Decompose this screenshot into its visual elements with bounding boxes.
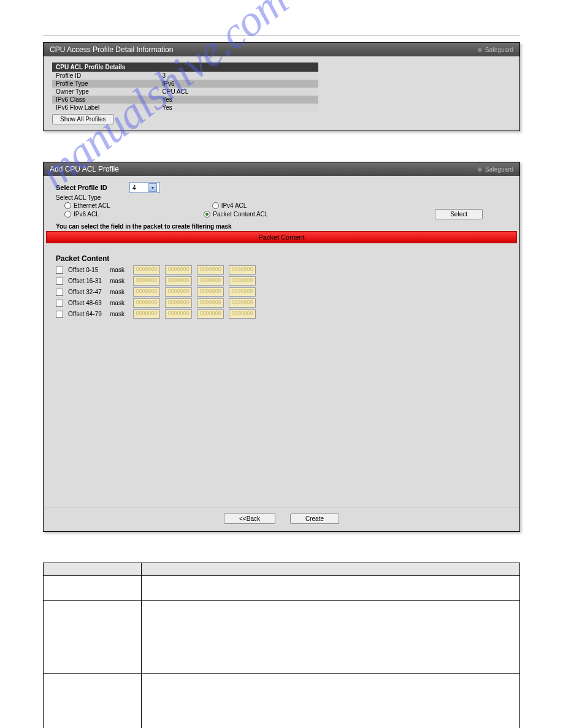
param-desc	[142, 601, 520, 674]
panel1-title: CPU Access Profile Detail Information	[50, 45, 173, 54]
detail-value: Yes	[159, 104, 318, 112]
detail-value: 3	[159, 72, 318, 80]
table-row: IPv6 Flow Label Yes	[52, 104, 318, 112]
show-all-profiles-button[interactable]: Show All Profiles	[52, 114, 113, 124]
detail-key: Owner Type	[52, 88, 159, 96]
offset-label: Offset 16-31	[68, 278, 105, 284]
detail-value: CPU ACL	[159, 88, 318, 96]
offset-row: Offset 48-63mask000000000000000000000000…	[56, 298, 507, 308]
select-profile-id-label: Select Profile ID	[56, 184, 123, 191]
detail-key: Profile ID	[52, 72, 159, 80]
ethernet-acl-label: Ethernet ACL	[74, 202, 110, 209]
param-name	[44, 674, 142, 729]
cpu-access-profile-detail-panel: CPU Access Profile Detail Information Sa…	[43, 42, 520, 131]
panel1-titlebar: CPU Access Profile Detail Information Sa…	[44, 43, 519, 56]
mask-input[interactable]: 0000000	[229, 265, 256, 275]
mask-label: mask	[110, 267, 128, 273]
param-header-parameter	[44, 563, 142, 576]
table-row: Profile ID 3	[52, 72, 318, 80]
mask-input[interactable]: 0000000	[197, 298, 224, 308]
mask-input[interactable]: 0000000	[165, 276, 192, 286]
param-desc	[142, 576, 520, 601]
packet-content-acl-label: Packet Content ACL	[213, 211, 268, 218]
mask-input[interactable]: 0000000	[133, 276, 160, 286]
mask-input[interactable]: 0000000	[197, 309, 224, 319]
packet-content-header-bar: Packet Content	[46, 231, 517, 243]
safeguard-label: Safeguard	[485, 166, 513, 173]
packet-content-section-label: Packet Content	[56, 254, 507, 263]
mask-input[interactable]: 0000000	[197, 265, 224, 275]
ipv6-acl-label: IPv6 ACL	[74, 211, 99, 218]
details-table-header: CPU ACL Profile Details	[52, 63, 318, 72]
select-acl-type-label: Select ACL Type	[56, 194, 123, 201]
mask-label: mask	[110, 278, 128, 284]
offset-checkbox[interactable]	[56, 289, 63, 296]
mask-input[interactable]: 0000000	[165, 287, 192, 297]
detail-value: Yes	[159, 96, 318, 104]
mask-input[interactable]: 0000000	[165, 298, 192, 308]
filtering-mask-hint: You can select the field in the packet t…	[56, 223, 507, 230]
mask-label: mask	[110, 300, 128, 306]
table-row: Owner Type CPU ACL	[52, 88, 318, 96]
mask-input[interactable]: 0000000	[133, 298, 160, 308]
panel2-titlebar: Add CPU ACL Profile Safeguard	[44, 162, 519, 176]
param-desc	[142, 674, 520, 729]
back-button[interactable]: <<Back	[224, 514, 275, 524]
table-row: Profile Type IPv6	[52, 80, 318, 88]
mask-input[interactable]: 0000000	[197, 287, 224, 297]
safeguard-label: Safeguard	[485, 47, 513, 53]
table-row	[44, 601, 520, 674]
detail-value: IPv6	[159, 80, 318, 88]
mask-input[interactable]: 0000000	[229, 298, 256, 308]
mask-label: mask	[110, 311, 128, 317]
mask-input[interactable]: 0000000	[165, 309, 192, 319]
packet-content-acl-radio[interactable]	[204, 211, 210, 218]
offset-label: Offset 64-79	[68, 311, 105, 317]
mask-input[interactable]: 0000000	[165, 265, 192, 275]
offset-row: Offset 0-15mask0000000000000000000000000…	[56, 265, 507, 275]
table-row	[44, 674, 520, 729]
offset-row: Offset 16-31mask000000000000000000000000…	[56, 276, 507, 286]
offset-label: Offset 48-63	[68, 300, 105, 306]
offset-checkbox[interactable]	[56, 300, 63, 307]
safeguard-icon	[477, 167, 483, 172]
offset-label: Offset 0-15	[68, 267, 105, 273]
ipv4-acl-label: IPv4 ACL	[221, 202, 247, 209]
mask-label: mask	[110, 289, 128, 295]
create-button[interactable]: Create	[290, 514, 339, 524]
page-top-rule	[43, 36, 520, 36]
mask-input[interactable]: 0000000	[133, 309, 160, 319]
table-row	[44, 576, 520, 601]
mask-input[interactable]: 0000000	[133, 287, 160, 297]
mask-input[interactable]: 0000000	[229, 276, 256, 286]
select-button[interactable]: Select	[435, 209, 483, 219]
offset-checkbox[interactable]	[56, 267, 63, 274]
offset-checkbox[interactable]	[56, 278, 63, 285]
offset-row: Offset 32-47mask000000000000000000000000…	[56, 287, 507, 297]
ethernet-acl-radio[interactable]	[64, 202, 71, 209]
ipv4-acl-radio[interactable]	[212, 202, 219, 209]
offset-label: Offset 32-47	[68, 289, 105, 295]
chevron-down-icon: ▾	[148, 183, 157, 192]
param-name	[44, 601, 142, 674]
safeguard-indicator: Safeguard	[477, 166, 513, 173]
detail-key: Profile Type	[52, 80, 159, 88]
mask-input[interactable]: 0000000	[133, 265, 160, 275]
safeguard-icon	[477, 47, 483, 53]
profile-id-select[interactable]: 4 ▾	[129, 182, 160, 193]
profile-id-value: 4	[132, 184, 136, 191]
mask-input[interactable]: 0000000	[229, 309, 256, 319]
offset-checkbox[interactable]	[56, 311, 63, 318]
panel2-title: Add CPU ACL Profile	[50, 165, 119, 173]
parameter-description-table	[43, 563, 520, 728]
mask-input[interactable]: 0000000	[197, 276, 224, 286]
profile-details-table: CPU ACL Profile Details Profile ID 3 Pro…	[52, 63, 318, 112]
add-cpu-acl-profile-panel: Add CPU ACL Profile Safeguard Select Pro…	[43, 162, 520, 532]
mask-input[interactable]: 0000000	[229, 287, 256, 297]
detail-key: IPv6 Flow Label	[52, 104, 159, 112]
safeguard-indicator: Safeguard	[477, 47, 513, 53]
table-row: IPv6 Class Yes	[52, 96, 318, 104]
param-header-description	[142, 563, 520, 576]
ipv6-acl-radio[interactable]	[64, 211, 71, 218]
detail-key: IPv6 Class	[52, 96, 159, 104]
